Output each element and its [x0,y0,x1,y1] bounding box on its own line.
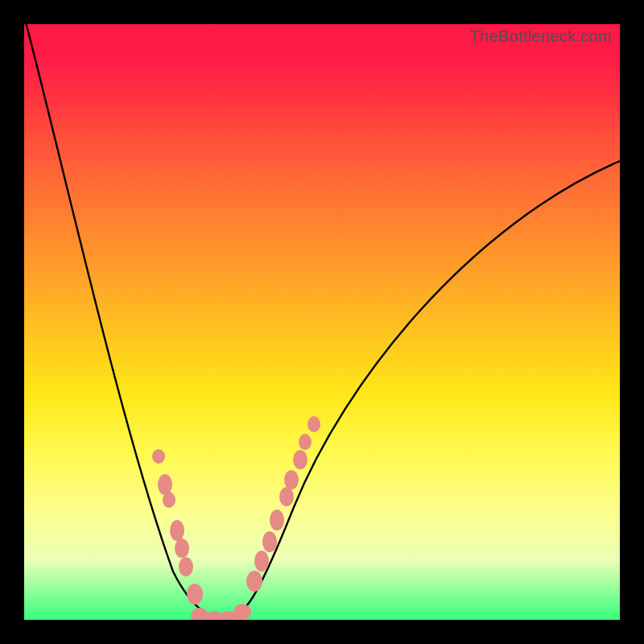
curve-marker [293,450,308,469]
curve-marker [279,487,294,506]
watermark-text: TheBottleneck.com [470,27,612,46]
curve-marker [254,551,269,572]
curve-marker [152,449,165,464]
curve-marker [179,557,193,576]
curve-marker [170,520,184,541]
curve-marker [270,510,284,530]
bottleneck-curve-path [24,24,620,620]
curve-marker [284,470,299,489]
curve-marker [175,539,189,558]
plot-area: TheBottleneck.com [24,24,620,620]
chart-frame: TheBottleneck.com [0,0,644,644]
curve-marker [233,604,251,620]
curve-marker [246,571,262,592]
bottleneck-curve-svg [24,24,620,620]
curve-marker [262,531,277,552]
curve-marker [187,584,203,605]
curve-marker [299,434,312,450]
curve-marker [163,492,175,508]
curve-marker [308,416,320,432]
marker-group [152,416,320,620]
curve-marker [158,474,172,495]
